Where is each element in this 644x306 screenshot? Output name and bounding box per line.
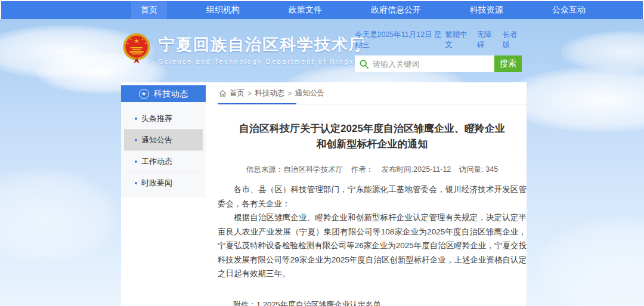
article-body: 各市、县（区）科技管理部门，宁东能源化工基地管委会，银川经济技术开发区管委会，各… — [218, 183, 527, 281]
article-visit-count: 访问量: 345 — [459, 165, 498, 174]
breadcrumb-separator: > — [287, 89, 292, 98]
search-box — [355, 55, 494, 72]
bullet-dot-icon — [135, 139, 137, 141]
article-title-line1: 自治区科技厅关于认定2025年度自治区雏鹰企业、瞪羚企业 — [218, 121, 527, 137]
sidebar-title: 科技动态 — [154, 88, 188, 100]
search-icon — [360, 60, 369, 69]
brand-text: 宁夏回族自治区科学技术厅 Science and Technology Depa… — [159, 34, 366, 65]
breadcrumb: 首页 > 科技动态 > 通知公告 — [218, 82, 527, 104]
site-name: 宁夏回族自治区科学技术厅 — [159, 34, 366, 55]
search-button[interactable]: 搜索 — [494, 55, 522, 72]
attachments-block: 附件： 1.2025年度自治区雏鹰企业认定名单 2.2025年度自治区瞪羚企业认… — [233, 298, 527, 306]
header-right: 今天是2025年11月12日 星期三 繁體中文 无障碍 长者版 搜索 — [355, 30, 522, 72]
search-input[interactable] — [373, 60, 490, 69]
sidebar-item-current-politics[interactable]: 时政要闻 — [124, 172, 203, 194]
cloud-decoration — [537, 216, 644, 306]
bullet-dot-icon — [135, 118, 137, 120]
article-source: 信息来源：自治区科学技术厅 — [246, 165, 343, 174]
sidebar-item-work-updates[interactable]: 工作动态 — [124, 151, 203, 172]
article-publish-time: 发布时间:2025-11-12 — [382, 165, 451, 174]
site-brand: ★ ★ ★ ★ ★ 宁夏回族自治区科学技术厅 Science and Techn… — [122, 33, 366, 66]
page: 首页 组织机构 政策文件 政府信息公开 科技资源 公众互动 ★ ★ ★ ★ ★ — [0, 0, 644, 306]
article-paragraph: 根据自治区雏鹰企业、瞪羚企业和创新型标杆企业认定管理有关规定，决定认定半亩良人农… — [218, 211, 527, 281]
nav-item-gov-info-disclosure[interactable]: 政府信息公开 — [361, 1, 431, 19]
svg-text:★: ★ — [144, 42, 147, 45]
breadcrumb-separator: > — [247, 89, 252, 98]
national-emblem-logo: ★ ★ ★ ★ ★ — [122, 33, 151, 66]
site-name-english: Science and Technology Department of Nin… — [159, 58, 366, 65]
sidebar-item-label: 时政要闻 — [141, 178, 172, 188]
sidebar-item-label: 头条推荐 — [141, 113, 172, 124]
sidebar-list: 头条推荐 通知公告 工作动态 时政要闻 — [121, 102, 206, 197]
sidebar-header: ★ 科技动态 — [121, 85, 206, 102]
today-date: 今天是2025年11月12日 星期三 — [355, 30, 445, 50]
header-meta-row: 今天是2025年11月12日 星期三 繁體中文 无障碍 长者版 — [355, 30, 522, 50]
sidebar: ★ 科技动态 头条推荐 通知公告 工作动态 时政要闻 — [121, 85, 206, 197]
attachments-list: 1.2025年度自治区雏鹰企业认定名单 2.2025年度自治区瞪羚企业认定名单 … — [256, 298, 404, 306]
link-accessibility[interactable]: 无障碍 — [477, 30, 497, 50]
top-navigation: 首页 组织机构 政策文件 政府信息公开 科技资源 公众互动 — [1, 1, 643, 19]
cloud-decoration — [561, 31, 644, 73]
svg-text:★: ★ — [141, 38, 144, 41]
breadcrumb-sci-tech-news[interactable]: 科技动态 — [255, 88, 284, 98]
link-traditional-chinese[interactable]: 繁體中文 — [445, 30, 470, 50]
svg-text:★: ★ — [134, 38, 139, 44]
nav-item-home[interactable]: 首页 — [131, 1, 167, 19]
search-bar: 搜索 — [355, 55, 522, 72]
breadcrumb-active-underline — [218, 103, 296, 104]
article-area: 首页 > 科技动态 > 通知公告 自治区科技厅关于认定2025年度自治区雏鹰企业… — [218, 82, 527, 306]
svg-text:★: ★ — [126, 42, 129, 45]
nav-item-public-interaction[interactable]: 公众互动 — [543, 1, 595, 19]
cloud-decoration — [0, 168, 119, 264]
sidebar-item-headline-recommend[interactable]: 头条推荐 — [124, 108, 203, 129]
breadcrumb-home[interactable]: 首页 — [230, 88, 244, 98]
bullet-dot-icon — [135, 182, 137, 184]
article-title-line2: 和创新型标杆企业的通知 — [218, 137, 527, 152]
sidebar-item-notices[interactable]: 通知公告 — [124, 129, 203, 151]
bullet-dot-icon — [135, 160, 137, 163]
nav-item-organization[interactable]: 组织机构 — [197, 1, 249, 19]
article-title: 自治区科技厅关于认定2025年度自治区雏鹰企业、瞪羚企业 和创新型标杆企业的通知 — [218, 121, 527, 152]
article-meta: 信息来源：自治区科学技术厅 作者： 发布时间:2025-11-12 访问量: 3… — [218, 165, 527, 175]
link-elder-version[interactable]: 长者版 — [502, 30, 522, 50]
quick-links: 繁體中文 无障碍 长者版 — [445, 30, 522, 50]
svg-text:★: ★ — [129, 38, 132, 41]
content-panel: ★ 科技动态 头条推荐 通知公告 工作动态 时政要闻 — [121, 82, 527, 306]
star-circle-icon: ★ — [139, 89, 149, 99]
nav-item-policy-documents[interactable]: 政策文件 — [279, 1, 332, 19]
sidebar-item-label: 通知公告 — [141, 135, 172, 146]
attachment-link-eagle-list[interactable]: 1.2025年度自治区雏鹰企业认定名单 — [256, 298, 404, 306]
attachments-label: 附件： — [233, 298, 256, 306]
sidebar-item-label: 工作动态 — [141, 156, 172, 167]
article-paragraph: 各市、县（区）科技管理部门，宁东能源化工基地管委会，银川经济技术开发区管委会，各… — [218, 183, 527, 211]
nav-item-sci-tech-resources[interactable]: 科技资源 — [460, 1, 513, 19]
breadcrumb-notices[interactable]: 通知公告 — [295, 88, 325, 98]
article-author: 作者： — [351, 165, 374, 174]
home-icon — [219, 89, 227, 97]
